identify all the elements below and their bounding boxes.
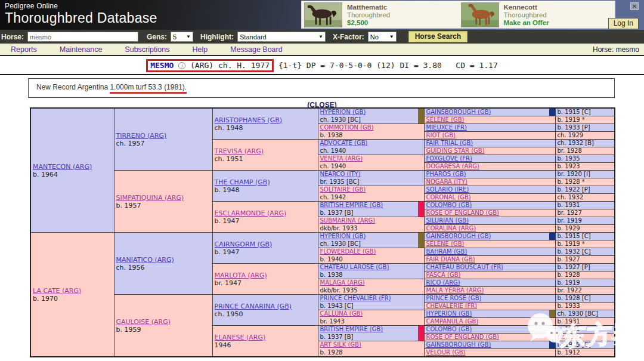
pedigree-horse-link[interactable]: MANIATICO (ARG) <box>116 256 174 264</box>
pedigree-horse-link[interactable]: NOGARA (ITY) <box>426 178 467 185</box>
pedigree-horse-link[interactable]: FAIR DIANA (GB) <box>426 256 475 263</box>
pedigree-horse-link[interactable]: ARISTOPHANES (GB) <box>215 116 283 124</box>
pedigree-horse-link[interactable]: FAIR TRIAL (GB) <box>426 140 473 146</box>
pedigree-horse-link[interactable]: DOGARESA (ARG) <box>426 163 479 169</box>
pedigree-horse-link[interactable]: BAHRAM (GB) <box>426 248 467 255</box>
horse-detail-text: br. 1943 <box>320 318 345 325</box>
pedigree-horse-link[interactable]: CHATEAU LAROSE (GB) <box>320 264 389 270</box>
nav-item-subscriptions[interactable]: Subscriptions <box>125 45 169 54</box>
nav-item-maintenance[interactable]: Maintenance <box>60 45 103 54</box>
pedigree-horse-link[interactable]: RIOT (GB) <box>426 132 456 138</box>
horse-detail-text: dkb/br. 1933 <box>320 225 358 232</box>
horse-search-input[interactable] <box>27 32 138 42</box>
pedigree-horse-link[interactable]: GAINSBOROUGH (GB) <box>426 109 491 115</box>
horse-detail-text: br. 1920 [I] <box>558 171 590 177</box>
pedigree-horse-link[interactable]: COMMOTION (GB) <box>320 124 374 131</box>
pedigree-horse-link[interactable]: PRINCE ROSE (GB) <box>426 295 482 301</box>
pedigree-horse-link[interactable]: SILURIAN (GB) <box>426 217 469 224</box>
info-icon[interactable]: i <box>178 62 185 69</box>
chef-de-race-marker <box>549 233 555 240</box>
gens-select[interactable]: 5 ▼ <box>171 32 193 42</box>
login-button[interactable]: Log In <box>608 18 639 29</box>
horse-detail-text: dkb/br. 1935 <box>320 287 358 294</box>
horse-search-button[interactable]: Horse Search <box>408 31 467 42</box>
pedigree-horse-link[interactable]: CAMPANULA (GB) <box>426 318 479 325</box>
pedigree-horse-link[interactable]: GAINSBOROUGH (GB) <box>426 233 491 239</box>
horse-detail-text: b. 1940 <box>320 256 343 263</box>
pedigree-horse-link[interactable]: HYPERION (GB) <box>426 310 472 317</box>
pedigree-horse-link[interactable]: ESCLARMONDE (ARG) <box>215 209 287 217</box>
pedigree-horse-link[interactable]: VENETA (ARG) <box>320 155 363 162</box>
ad-listing[interactable]: Matthematic Thoroughbred $2,500 <box>302 1 459 28</box>
pedigree-horse-link[interactable]: HYPERION (GB) <box>320 109 366 115</box>
pedigree-horse-link[interactable]: ROSE OF ENGLAND (GB) <box>426 209 499 216</box>
pedigree-horse-link[interactable]: COLOMBO (GB) <box>426 202 472 208</box>
pedigree-cell: DOGARESA (ARG) <box>424 163 555 171</box>
pedigree-horse-link[interactable]: MIEUXCE (FR) <box>426 124 467 131</box>
pedigree-horse-link[interactable]: VELOUR (GB) <box>426 349 466 356</box>
pedigree-horse-link[interactable]: SIMPATIQUINA (ARG) <box>116 194 184 202</box>
pedigree-horse-link[interactable]: MARLOTA (ARG) <box>215 271 267 279</box>
horse-ads-panel: Matthematic Thoroughbred $2,500 Kennecot… <box>301 1 615 29</box>
ad-price: $2,500 <box>347 19 390 27</box>
nav-item-help[interactable]: Help <box>192 45 208 54</box>
ad-listing[interactable]: Kennecott Thoroughbred Make an Offer <box>459 1 615 28</box>
pedigree-year-cell: b. 1919 <box>555 279 615 287</box>
pedigree-horse-link[interactable]: CAIRNGORM (GB) <box>215 240 273 248</box>
pedigree-horse-link[interactable]: TREVISA (ARG) <box>215 147 264 155</box>
horse-detail-text: b. 1933 [P] <box>558 124 590 131</box>
dosage-text: {1-t} DP = 7-0-5-0-0 (12) DI = 3.80 CD =… <box>274 61 498 70</box>
pedigree-horse-link[interactable]: SELENE (GB) <box>426 240 465 247</box>
pedigree-horse-link[interactable]: PHAROS (GB) <box>426 171 466 177</box>
pedigree-horse-link[interactable]: COLOMBO (GB) <box>426 326 472 332</box>
pedigree-horse-link[interactable]: GAINSBOROUGH (GB) <box>426 341 491 348</box>
pedigree-horse-link[interactable]: SELENE (GB) <box>426 116 465 123</box>
pedigree-horse-link[interactable]: ART SILK (GB) <box>320 341 361 348</box>
pedigree-cell: CALLUNA (GB)br. 1943 <box>318 310 424 326</box>
horse-detail-text: ch. 1948 <box>215 124 243 132</box>
pedigree-horse-link[interactable]: ADVOCATE (GB) <box>320 140 368 146</box>
pedigree-horse-link[interactable]: CORALINA (ARG) <box>426 225 476 232</box>
pedigree-horse-link[interactable]: CORONAL (GB) <box>426 194 471 200</box>
nav-item-message-board[interactable]: Message Board <box>230 45 283 54</box>
pedigree-horse-link[interactable]: GUIDING STAR (GB) <box>426 147 485 154</box>
pedigree-year-cell: ch. 1932 <box>555 194 615 202</box>
pedigree-horse-link[interactable]: PRINCE CHEVALIER (FR) <box>320 295 391 301</box>
pedigree-horse-link[interactable]: PRINCE CANARINA (GB) <box>215 303 292 310</box>
pedigree-horse-link[interactable]: PASCA (GB) <box>426 271 461 278</box>
pedigree-horse-link[interactable]: GAULOISE (ARG) <box>116 318 171 326</box>
pedigree-horse-link[interactable]: ELANESE (ARG) <box>215 334 266 341</box>
ad-close-icon[interactable]: ✕ <box>630 2 639 10</box>
pedigree-cell: SELENE (GB) <box>424 116 555 124</box>
xfactor-select[interactable]: No ▼ <box>368 32 397 42</box>
pedigree-cell: NOGARA (ITY) <box>424 178 555 186</box>
pedigree-cell: CHATEAU BOUSCAUT (FR) <box>424 264 555 271</box>
horse-detail-text: br. 1928 <box>558 147 582 154</box>
highlight-select[interactable]: Standard ▼ <box>237 32 326 42</box>
pedigree-horse-link[interactable]: RICO (ARG) <box>426 279 460 286</box>
horse-name-link[interactable]: MESMO <box>150 61 174 70</box>
pedigree-horse-link[interactable]: FOXGLOVE (FR) <box>426 155 472 162</box>
horse-detail-text: ch. 1940 <box>320 147 346 154</box>
pedigree-horse-link[interactable]: MALA YERBA (ARG) <box>426 287 484 294</box>
horse-detail-text: b. 1928 <box>558 271 580 278</box>
pedigree-horse-link[interactable]: BRITISH EMPIRE (GB) <box>320 202 383 208</box>
pedigree-horse-link[interactable]: CALLUNA (GB) <box>320 310 363 317</box>
pedigree-horse-link[interactable]: FLOWERDALE (GB) <box>320 248 376 255</box>
pedigree-horse-link[interactable]: SOLITAIRE (GB) <box>320 186 366 193</box>
pedigree-horse-link[interactable]: MALAGA (ARG) <box>320 279 365 286</box>
pedigree-horse-link[interactable]: CHATEAU BOUSCAUT (FR) <box>426 264 504 270</box>
pedigree-horse-link[interactable]: HYPERION (GB) <box>320 233 366 239</box>
pedigree-horse-link[interactable]: MANTECON (ARG) <box>33 163 92 171</box>
pedigree-horse-link[interactable]: CHEVALERIE (FR) <box>426 303 478 309</box>
pedigree-horse-link[interactable]: SUBMARINA (ARG) <box>320 217 376 224</box>
pedigree-horse-link[interactable]: THE CHAMP (GB) <box>215 178 270 186</box>
pedigree-horse-link[interactable]: TIRRENO (ARG) <box>116 132 167 140</box>
pedigree-horse-link[interactable]: LA CATE (ARG) <box>33 287 81 295</box>
pedigree-horse-link[interactable]: ROSE OF ENGLAND (GB) <box>426 334 499 340</box>
pedigree-year-cell: b. 1931 <box>555 326 615 334</box>
nav-item-reports[interactable]: Reports <box>11 45 37 54</box>
pedigree-horse-link[interactable]: NEARCO (ITY) <box>320 171 361 177</box>
pedigree-horse-link[interactable]: BRITISH EMPIRE (GB) <box>320 326 383 332</box>
pedigree-horse-link[interactable]: SOLARIO (IRE) <box>426 186 469 193</box>
